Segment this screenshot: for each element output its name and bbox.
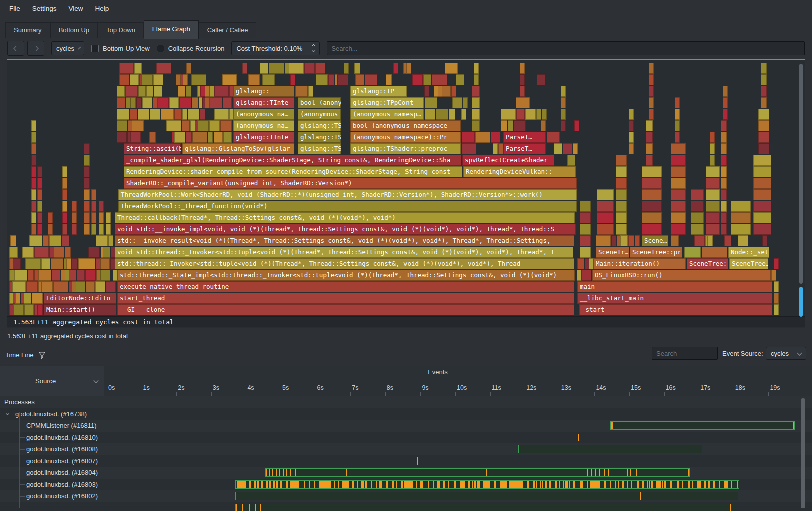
flame-frame[interactable]: OS_LinuxBSD::run(): [592, 270, 771, 281]
flame-frame-small[interactable]: [91, 224, 96, 235]
flame-frame-small[interactable]: [472, 86, 480, 97]
flame-frame-small[interactable]: [91, 189, 96, 200]
flame-frame-small[interactable]: [31, 155, 36, 166]
flame-frame-small[interactable]: [574, 120, 579, 131]
flame-frame-small[interactable]: [616, 201, 627, 212]
flame-frame-small[interactable]: [554, 143, 562, 154]
flame-frame-small[interactable]: [182, 120, 190, 131]
flame-frame-small[interactable]: [131, 97, 136, 108]
flame-frame-small[interactable]: [761, 74, 767, 85]
timeline-row[interactable]: godot.linuxbsd. (#16808): [0, 443, 812, 455]
timeline-row[interactable]: [0, 502, 812, 511]
source-column-header[interactable]: Source: [0, 366, 104, 396]
flame-frame-small[interactable]: [616, 155, 627, 166]
flame-frame-small[interactable]: [205, 97, 210, 108]
flamegraph-search-input[interactable]: [327, 41, 805, 55]
flame-frame[interactable]: _start: [579, 304, 772, 315]
flame-frame-small[interactable]: [525, 109, 536, 120]
flame-frame-small[interactable]: [675, 97, 680, 108]
flame-frame-small[interactable]: [753, 224, 771, 235]
flame-frame-small[interactable]: [365, 74, 377, 85]
flame-frame[interactable]: bool (anonymous namespace: [350, 120, 461, 131]
flame-frame-small[interactable]: [501, 120, 507, 131]
timeline-row-label[interactable]: godot.linuxbsd. (#16810): [0, 432, 104, 444]
flame-frame-small[interactable]: [200, 86, 205, 97]
flame-frame-small[interactable]: [99, 224, 104, 235]
flame-frame[interactable]: (anonymous na…: [233, 109, 294, 120]
flame-frame-small[interactable]: [393, 63, 398, 74]
flame-frame-small[interactable]: [62, 166, 67, 177]
flame-frame-small[interactable]: [493, 143, 498, 154]
flame-frame-small[interactable]: [649, 109, 654, 120]
flame-frame-small[interactable]: [15, 293, 21, 304]
flame-frame-small[interactable]: [62, 235, 69, 246]
flame-frame-small[interactable]: [37, 189, 42, 200]
flame-frame-small[interactable]: [146, 86, 154, 97]
flame-frame-small[interactable]: [596, 235, 611, 246]
flame-frame-small[interactable]: [99, 201, 104, 212]
menu-item-settings[interactable]: Settings: [26, 2, 63, 15]
flame-frame-small[interactable]: [649, 97, 654, 108]
flame-frame-small[interactable]: [671, 212, 686, 223]
timeline-row[interactable]: CPMMListener (#16811): [0, 420, 812, 432]
flame-frame-small[interactable]: [48, 212, 53, 223]
flame-frame-small[interactable]: [671, 224, 686, 235]
flame-frame-small[interactable]: [51, 258, 63, 269]
timeline-row-label[interactable]: godot.linuxbsd. (#16804): [0, 467, 104, 479]
flame-frame-small[interactable]: [108, 235, 113, 246]
flame-frame-small[interactable]: [771, 270, 776, 281]
flame-frame[interactable]: std::__invoke_result<void (*)(Thread*, T…: [115, 235, 574, 246]
flame-frame-small[interactable]: [186, 132, 192, 143]
flame-frame-small[interactable]: [54, 247, 64, 258]
flame-frame-small[interactable]: [616, 189, 627, 200]
flame-frame-small[interactable]: [721, 143, 727, 154]
flame-frame-small[interactable]: [100, 270, 110, 281]
flame-frame-small[interactable]: [99, 212, 104, 223]
flame-frame-small[interactable]: [200, 109, 205, 120]
timeline-bar[interactable]: [235, 504, 736, 511]
flame-frame[interactable]: glslang::TSha: [298, 143, 341, 154]
flame-frame-small[interactable]: [724, 235, 731, 246]
flame-frame-small[interactable]: [12, 281, 26, 292]
flame-frame-small[interactable]: [223, 132, 232, 143]
flame-frame-small[interactable]: [222, 74, 237, 85]
flame-frame-small[interactable]: [541, 120, 546, 131]
flame-frame[interactable]: glslang::TPpCont: [350, 97, 424, 108]
flame-frame[interactable]: ShaderRD::_compile_variant(unsigned int,…: [124, 178, 577, 189]
flame-frame-small[interactable]: [475, 132, 490, 143]
flame-frame-small[interactable]: [191, 74, 206, 85]
flame-frame-small[interactable]: [580, 235, 591, 246]
flame-frame-small[interactable]: [31, 166, 36, 177]
flame-frame-small[interactable]: [710, 143, 715, 154]
flame-frame-small[interactable]: [774, 293, 779, 304]
flame-frame[interactable]: glslang::TInte: [233, 97, 294, 108]
flame-frame-small[interactable]: [179, 97, 191, 108]
flame-frame-small[interactable]: [84, 166, 90, 177]
flame-frame-small[interactable]: [52, 270, 60, 281]
flame-frame-small[interactable]: [344, 63, 349, 74]
timeline-row-label[interactable]: CPMMListener (#16811): [0, 420, 104, 432]
flame-frame-small[interactable]: [451, 86, 456, 97]
flame-frame-small[interactable]: [41, 258, 51, 269]
flame-frame-small[interactable]: [671, 201, 686, 212]
flame-frame-small[interactable]: [721, 132, 727, 143]
flame-frame-small[interactable]: [354, 63, 361, 74]
flame-frame[interactable]: EditorNode::Edito: [44, 293, 116, 304]
flame-frame-small[interactable]: [731, 212, 751, 223]
back-button[interactable]: [7, 41, 24, 56]
flame-frame-small[interactable]: [691, 201, 704, 212]
flame-frame-small[interactable]: [308, 86, 313, 97]
flame-frame-small[interactable]: [156, 63, 171, 74]
flame-frame[interactable]: __GI___clone: [117, 304, 574, 315]
flame-frame-small[interactable]: [28, 270, 33, 281]
flame-frame-small[interactable]: [174, 132, 185, 143]
flame-frame-small[interactable]: [176, 74, 181, 85]
flame-frame-small[interactable]: [710, 132, 715, 143]
flame-frame-small[interactable]: [9, 247, 18, 258]
flame-frame-small[interactable]: [671, 166, 686, 177]
flame-frame-small[interactable]: [563, 143, 572, 154]
collapse-recursion-checkbox[interactable]: Collapse Recursion: [157, 45, 225, 52]
flame-frame-small[interactable]: [456, 74, 464, 85]
flame-frame-small[interactable]: [721, 120, 727, 131]
flame-frame-small[interactable]: [192, 97, 198, 108]
